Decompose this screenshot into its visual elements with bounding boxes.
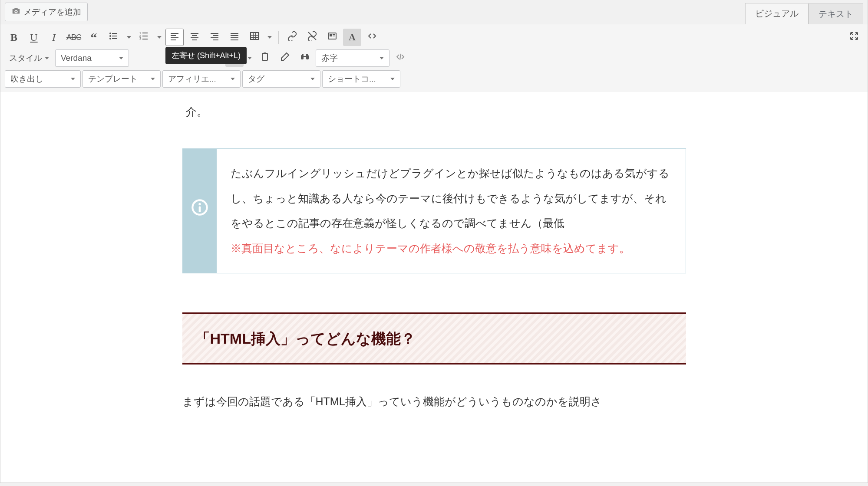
bold-button[interactable]: B [5,29,23,46]
italic-button[interactable]: I [45,29,63,46]
tab-visual[interactable]: ビジュアル [745,3,809,24]
svg-point-2 [109,35,111,37]
svg-rect-37 [333,36,335,36]
add-media-button[interactable]: メディアを追加 [5,3,88,21]
balloon-select[interactable]: 吹き出し [5,70,81,88]
source-code-button[interactable] [363,29,381,46]
paste-button[interactable] [256,49,274,67]
tag-select[interactable]: タグ [242,70,320,88]
svg-rect-13 [171,35,176,36]
tag-select-label: タグ [248,73,264,85]
svg-rect-28 [251,33,258,39]
toolbar-row-3: 吹き出し テンプレート アフィリエ... タグ ショートコ... [5,69,863,89]
toolbar-separator [278,31,279,44]
affiliate-select[interactable]: アフィリエ... [162,70,241,88]
binoculars-icon [300,52,310,65]
info-text-2: ※真面目なところ、なによりテーマの作者様への敬意を払う意味を込めてます。 [231,236,672,261]
list-ul-icon [109,31,119,44]
table-caret[interactable] [265,29,274,46]
svg-rect-11 [142,39,148,39]
toolbar-row-2: スタイル Verdana A [5,48,863,69]
ordered-list-button[interactable]: 123 [135,29,153,46]
info-box-body: たぶんフルイングリッシュだけどプラグインとか探せば似たようなものはある気がするし… [217,149,686,273]
info-icon-column [183,149,217,273]
svg-rect-7 [142,33,148,33]
svg-rect-24 [231,33,238,34]
chevron-down-icon [390,78,395,80]
svg-rect-27 [231,39,238,40]
clipboard-icon [260,52,270,65]
blog-card-button[interactable] [323,29,341,46]
find-replace-button[interactable] [296,49,314,67]
intro-fragment: 介。 [182,101,686,122]
unlink-button[interactable] [303,29,321,46]
expand-icon [849,31,859,44]
align-justify-icon [229,31,240,44]
svg-rect-19 [192,39,197,40]
svg-rect-47 [198,207,201,212]
svg-text:3: 3 [139,37,141,40]
svg-rect-42 [304,56,306,57]
paragraph-1: まずは今回の話題である「HTML挿入」っていう機能がどういうものなのかを説明さ [182,391,686,412]
svg-rect-39 [264,53,266,54]
custom-style-select[interactable]: 赤字 [316,49,389,67]
table-button[interactable] [245,29,264,46]
align-left-tooltip: 左寄せ (Shift+Alt+L) [165,47,247,64]
fullscreen-button[interactable] [845,29,863,46]
svg-rect-26 [231,37,238,38]
chevron-down-icon [71,78,75,80]
svg-rect-14 [171,37,178,38]
unordered-list-caret[interactable] [125,29,133,46]
ordered-list-caret[interactable] [155,29,164,46]
section-heading: 「HTML挿入」ってどんな機能？ [182,312,686,364]
toolbar-row-1: B U I ABC “ 123 [5,27,863,48]
table-icon [249,31,260,44]
svg-rect-36 [333,34,335,35]
svg-rect-25 [231,35,238,36]
svg-rect-17 [192,35,197,36]
underline-button[interactable]: U [25,29,43,46]
shortcode-select-label: ショートコ... [328,73,376,85]
source-tag-icon [395,52,406,65]
chevron-down-icon [45,57,49,59]
link-button[interactable] [283,29,301,46]
unordered-list-button[interactable] [105,29,123,46]
align-justify-button[interactable] [225,29,244,46]
editor-toolbar: B U I ABC “ 123 [0,24,868,92]
add-media-label: メディアを追加 [23,7,81,18]
strikethrough-icon: ABC [66,33,81,42]
strikethrough-button[interactable]: ABC [65,29,83,46]
svg-rect-41 [306,55,309,59]
editor-tabs: ビジュアル テキスト [745,3,863,24]
template-select[interactable]: テンプレート [83,70,161,88]
link-icon [287,31,297,44]
svg-rect-3 [112,36,117,36]
align-center-button[interactable] [185,29,204,46]
align-right-button[interactable] [205,29,224,46]
unlink-icon [307,31,317,44]
quote-icon: “ [91,34,97,41]
chevron-down-icon [231,78,235,80]
chevron-down-icon [310,78,315,80]
text-highlight-button[interactable]: A [343,29,361,46]
tab-text[interactable]: テキスト [809,3,863,24]
shortcode-select[interactable]: ショートコ... [322,70,400,88]
style-dropdown[interactable]: スタイル [5,49,53,67]
chevron-down-icon [119,57,123,59]
editor-content[interactable]: 介。 たぶんフルイングリッシュだけどプラグインとか探せば似たようなものはある気が… [0,92,868,483]
svg-rect-5 [112,38,117,39]
clear-format-button[interactable] [276,49,294,67]
editor-wrap: メディアを追加 ビジュアル テキスト B U I ABC “ 123 [0,0,868,483]
svg-rect-9 [142,36,148,36]
font-family-select[interactable]: Verdana [55,49,129,67]
source-tag-button[interactable] [391,49,409,67]
blockquote-button[interactable]: “ [85,29,103,46]
align-left-icon [169,31,180,44]
text-a-icon: A [349,32,356,43]
card-icon [327,31,337,44]
svg-point-0 [109,33,111,34]
svg-rect-20 [211,33,218,34]
svg-rect-12 [171,33,178,34]
align-left-button[interactable] [165,29,184,46]
chevron-down-icon [151,78,155,80]
